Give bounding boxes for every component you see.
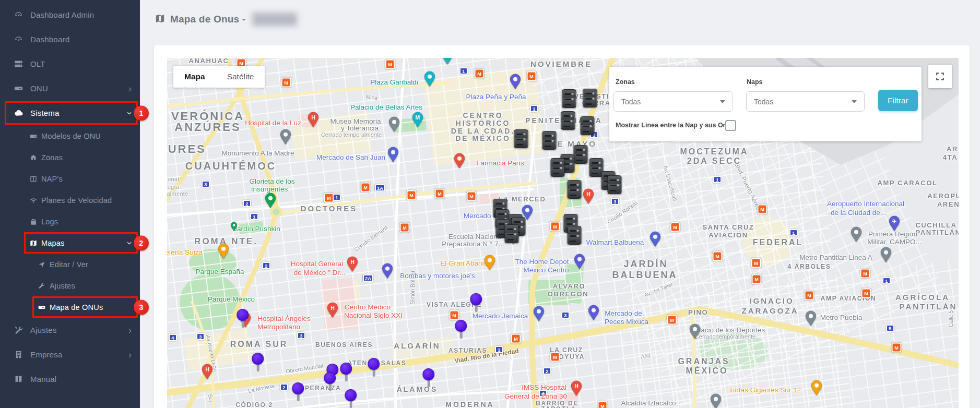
metro-station-icon: M — [550, 352, 560, 362]
show-line-checkbox[interactable] — [725, 120, 736, 131]
sidebar-item-onu[interactable]: ONU› — [0, 76, 140, 101]
map-poi-label: Centro Médico — [345, 303, 391, 311]
sidebar-item-modelos-de-onu[interactable]: Modelos de ONU — [0, 125, 140, 147]
map-pin-green — [265, 193, 277, 209]
map-poi-label: Aeropuerto Internacional — [827, 200, 904, 208]
nap-marker — [561, 111, 575, 130]
map-area-label: BUENOS AIRES — [315, 341, 373, 349]
onu-marker — [242, 315, 244, 328]
map-icon — [155, 13, 166, 26]
map-street-label: Claudio Bernard — [353, 224, 388, 253]
zonas-select-value: Todas — [621, 98, 641, 106]
map-poi-label: Glorieta de los — [249, 177, 294, 185]
map-pin-indigo — [382, 263, 394, 279]
chevron-down-icon — [852, 100, 857, 103]
map-area-label: ogía — [168, 184, 180, 190]
metro-station-icon: M — [435, 189, 445, 199]
map-poi-label: Cerrado temporalmente — [321, 131, 382, 138]
hdd-icon — [29, 132, 38, 140]
naps-select[interactable]: Todas — [746, 91, 865, 112]
map[interactable]: ANAHUACTLAXPANAVERÓNICAANZÚRESZURESCUAUH… — [167, 58, 959, 408]
map-area-label: onal — [168, 176, 179, 182]
map-poi-label: Palacio de Bellas Artes — [350, 103, 422, 111]
map-area-label: NOVIEMBRE — [530, 59, 592, 68]
sidebar-item-empresa[interactable]: Empresa› — [0, 342, 140, 367]
sidebar-item-logs[interactable]: Logs — [0, 211, 140, 232]
map-area-label: ARENA — [937, 200, 959, 208]
map-poi-label: Peces Mixuca — [605, 318, 648, 326]
map-street-label: Av. Iztaccíhuatl — [663, 165, 679, 202]
map-poi-label: Escuela Nacional — [448, 233, 503, 241]
map-area-label: DOCTORES — [301, 204, 358, 213]
redacted-text — [252, 13, 297, 26]
sidebar-item-ajustes[interactable]: Ajustes› — [0, 318, 140, 342]
zonas-select[interactable]: Todas — [613, 91, 733, 112]
nap-marker — [581, 116, 595, 135]
map-area-label: ANAHUAC — [189, 58, 229, 65]
filtrar-button[interactable]: Filtrar — [878, 90, 918, 111]
map-poi-label: Nacional Siglo XXI — [344, 311, 403, 319]
map-poi-label: Metropolitano — [257, 323, 300, 331]
map-pin-red: H — [571, 380, 583, 397]
building-icon — [14, 350, 23, 359]
satellite-tab[interactable]: Satélite — [216, 66, 265, 88]
hdd-icon — [38, 303, 46, 311]
sidebar-item-olt[interactable]: OLT — [0, 52, 140, 76]
map-area-label: ASTURIAS — [448, 347, 487, 354]
sidebar-item-label: Manual — [30, 375, 56, 383]
route-badge: 1 — [882, 277, 891, 284]
map-pin-gray — [805, 310, 817, 327]
map-street-label: La Morena — [247, 382, 275, 394]
map-type-control: Mapa Satélite — [173, 66, 265, 88]
map-area-label: CUAUHTÉMOC — [185, 160, 276, 172]
route-badge: 2 — [543, 367, 551, 375]
route-badge: 1 — [789, 229, 798, 236]
onu-marker — [373, 364, 375, 377]
sidebar-item-nap-s[interactable]: NAP's — [0, 168, 140, 189]
gauge-icon — [14, 34, 23, 44]
map-street-label: Sur — [207, 393, 215, 403]
sidebar: Dashboard AdminDashboardOLTONU›Sistema›1… — [0, 0, 140, 408]
metro-station-icon: M — [511, 334, 521, 344]
metro-station-icon: M — [758, 205, 768, 214]
metro-station-icon: M — [892, 343, 902, 353]
sidebar-item-planes-de-velocidad[interactable]: Planes de Velocidad — [0, 189, 140, 211]
sidebar-item-label: OLT — [30, 59, 45, 68]
sidebar-item-zonas[interactable]: Zonas — [0, 147, 140, 168]
svg-text:✈: ✈ — [892, 218, 897, 224]
route-badge: 1 — [713, 176, 722, 183]
fullscreen-icon — [935, 71, 945, 81]
map-pin-gray — [880, 247, 892, 263]
nap-marker — [568, 180, 582, 199]
onu-marker — [460, 326, 463, 339]
map-area-label: CÓDIGO 2 — [235, 401, 273, 408]
sidebar-item-label: Dashboard — [30, 35, 69, 44]
clipboard-icon — [29, 218, 38, 226]
sidebar-item-ajustes[interactable]: Ajustes — [0, 275, 140, 296]
route-badge: 4 — [169, 334, 177, 341]
sidebar-item-editar-ver[interactable]: Editar / Ver — [0, 254, 140, 275]
map-area-label: AR — [947, 145, 958, 153]
arrow-icon — [38, 260, 46, 269]
map-area-label: ÁLAMOS — [397, 385, 438, 393]
show-line-checkbox-label: Mostrar Linea entre la Nap y sus Onus — [616, 122, 735, 129]
map-poi-label: Plaza Peña y Peña — [466, 93, 526, 101]
wifi-icon — [29, 196, 38, 205]
wrench-icon — [38, 282, 46, 290]
map-area-label: MOCTEZUMA — [680, 147, 749, 157]
map-pin-orange — [811, 380, 823, 396]
sidebar-item-dashboard-admin[interactable]: Dashboard Admin — [0, 3, 140, 27]
sidebar-item-dashboard[interactable]: Dashboard — [0, 27, 140, 52]
sidebar-item-mapa-de-onus[interactable]: Mapa de ONUs3 — [0, 296, 140, 318]
sidebar-item-manual[interactable]: Manual — [0, 367, 140, 391]
sidebar-item-mapas[interactable]: Mapas›2 — [0, 232, 140, 254]
annotation-box — [5, 101, 138, 125]
map-area-label: AEROPUE — [927, 192, 959, 200]
fullscreen-button[interactable] — [928, 65, 952, 88]
map-tab[interactable]: Mapa — [173, 66, 216, 88]
sidebar-item-sistema[interactable]: Sistema›1 — [0, 101, 140, 125]
map-area-label: MÉXICO — [686, 366, 728, 376]
metro-station-icon: M — [550, 222, 560, 232]
map-poi-label: Walmart Balbuena — [586, 238, 644, 246]
map-poi-label: IMSS Hospital — [522, 383, 566, 391]
